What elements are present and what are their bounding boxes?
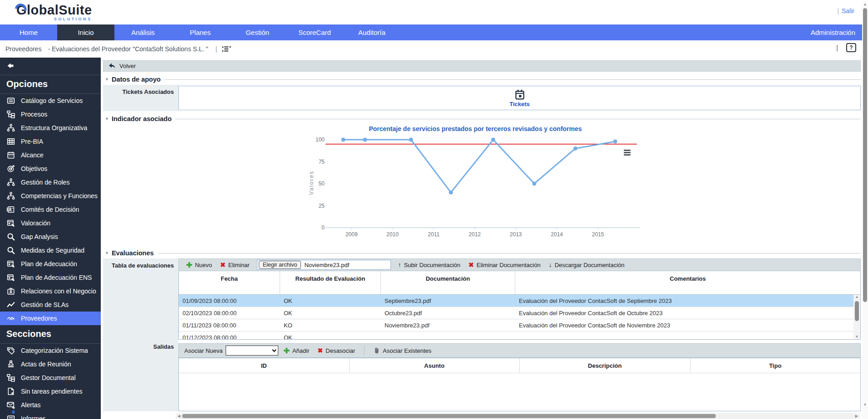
nav-item-planes[interactable]: Planes xyxy=(172,24,229,40)
sidebar-item-medidas-de-seguridad[interactable]: Medidas de Seguridad xyxy=(0,244,101,257)
main-nav: Home Inicio Análisis Planes Gestión Scor… xyxy=(0,24,868,40)
target-icon xyxy=(7,165,15,173)
chart-menu-button[interactable] xyxy=(624,149,631,156)
svg-text:2015: 2015 xyxy=(592,231,604,238)
collapse-triangle-icon[interactable]: ▼ xyxy=(105,251,109,255)
chart-ylabel: Valores xyxy=(308,171,315,195)
sidebar-item-plan-de-adecuacion[interactable]: Plan de Adecuación xyxy=(0,257,101,271)
asociar-existentes-button[interactable]: Asociar Existentes xyxy=(371,347,434,355)
network-icon xyxy=(7,192,15,200)
volver-button[interactable]: Volver xyxy=(103,60,861,72)
evaluaciones-toolbar: ✚Nuevo ✖Eliminar Elegir archivo Noviembr… xyxy=(178,258,861,271)
help-button[interactable]: ? xyxy=(846,43,856,52)
sidebar-item-pre-bia[interactable]: Pre-BIA xyxy=(0,135,101,148)
tickets-link[interactable]: Tickets xyxy=(509,101,530,107)
sidebar-collapse-button[interactable] xyxy=(0,58,101,75)
sidebar-item-valoracion[interactable]: Valoración xyxy=(0,216,101,230)
svg-text:2012: 2012 xyxy=(469,231,481,238)
nav-item-gestion[interactable]: Gestión xyxy=(229,24,286,40)
sidebar-item-competencias-y-funciones[interactable]: Competencias y Funciones xyxy=(0,189,101,203)
sidebar-item-relaciones-con-el-negocio[interactable]: Relaciones con el Negocio xyxy=(0,284,101,298)
horizontal-scrollbar[interactable]: ◀ ▶ xyxy=(176,413,860,419)
sidebar-item-catalogo-de-servicios[interactable]: Catálogo de Servicios xyxy=(0,94,101,107)
salidas-table-body xyxy=(179,373,860,411)
scroll-down-icon[interactable]: ▼ xyxy=(863,402,867,407)
column-header-documentacion[interactable]: Documentación xyxy=(381,271,515,294)
sidebar-item-informes[interactable]: Informes xyxy=(0,412,101,419)
column-header-resultado[interactable]: Resultado de Evaluación xyxy=(280,271,381,294)
nav-item-home[interactable]: Home xyxy=(0,24,57,40)
file-name: Noviembre23.pdf xyxy=(304,262,349,268)
nuevo-button[interactable]: ✚Nuevo xyxy=(183,261,215,269)
plus-icon: ✚ xyxy=(186,261,192,269)
column-header-id[interactable]: ID xyxy=(179,358,350,373)
hierarchy-icon xyxy=(7,374,15,382)
table-row[interactable]: 01/12/2023 08:00:00 OK xyxy=(179,331,860,339)
descargar-documentacion-button[interactable]: ↓Descargar Documentación xyxy=(546,261,627,268)
scroll-left-icon[interactable]: ◀ xyxy=(176,414,182,418)
sidebar-item-gestor-documental[interactable]: Gestor Documental xyxy=(0,371,101,385)
file-input[interactable]: Elegir archivo Noviembre23.pdf xyxy=(257,260,391,270)
column-header-descripcion[interactable]: Descripción xyxy=(520,358,690,373)
eliminar-button[interactable]: ✖Eliminar xyxy=(217,261,252,268)
scroll-down-icon[interactable]: ▼ xyxy=(855,335,859,339)
collapse-triangle-icon[interactable]: ▼ xyxy=(105,77,109,82)
asociar-nueva-label: Asociar Nueva xyxy=(184,347,223,354)
scrollbar-thumb[interactable] xyxy=(855,301,859,321)
column-header-asunto[interactable]: Asunto xyxy=(350,358,520,373)
sidebar-item-estructura-organizativa[interactable]: Estructura Organizativa xyxy=(0,121,101,135)
x-icon: ✖ xyxy=(469,261,474,268)
tag-icon xyxy=(7,346,15,355)
ticket-calendar-icon[interactable] xyxy=(514,89,526,100)
table-row[interactable]: 01/11/2023 08:00:00 KO Noviembre23.pdf E… xyxy=(179,319,860,331)
nav-item-inicio[interactable]: Inicio xyxy=(57,24,114,40)
nav-item-auditoria[interactable]: Auditoría xyxy=(343,24,400,40)
sidebar-item-plan-de-adecuacion-ens[interactable]: Plan de Adecuación ENS xyxy=(0,271,101,284)
table-row[interactable]: 01/09/2023 08:00:00 OK Septiembre23.pdf … xyxy=(179,295,860,307)
sidebar-item-gap-analysis[interactable]: Gap Analysis xyxy=(0,230,101,244)
sidebar-item-actas-de-reunion[interactable]: Actas de Reunión xyxy=(0,357,101,371)
grid-icon xyxy=(7,137,15,146)
id-card-icon xyxy=(7,205,15,214)
scroll-up-icon[interactable]: ▲ xyxy=(855,295,859,299)
nav-item-analisis[interactable]: Análisis xyxy=(114,24,172,40)
stamp-icon xyxy=(7,360,15,368)
eliminar-documentacion-button[interactable]: ✖Eliminar Documentación xyxy=(466,261,543,268)
column-header-comentarios[interactable]: Comentarios xyxy=(515,271,860,294)
document-plus-icon xyxy=(7,387,15,395)
svg-text:0: 0 xyxy=(321,224,325,231)
logout-link[interactable]: |Salir xyxy=(837,7,854,15)
sidebar-item-gestion-de-slas[interactable]: Gestión de SLAs xyxy=(0,298,101,312)
nav-item-administracion[interactable]: Administración xyxy=(798,24,868,40)
breadcrumb-section[interactable]: Proveedores xyxy=(5,45,41,53)
scroll-up-icon[interactable]: ▲ xyxy=(863,2,867,7)
sidebar-item-sin-tareas-pendientes[interactable]: Sin tareas pendientes xyxy=(0,385,101,398)
table-vertical-scrollbar[interactable]: ▲ ▼ xyxy=(853,295,860,339)
sidebar-item-objetivos[interactable]: Objetivos xyxy=(0,162,101,175)
page-vertical-scrollbar[interactable]: ▲ ▼ xyxy=(862,2,868,419)
sidebar-item-gestion-de-roles[interactable]: Gestión de Roles xyxy=(0,175,101,189)
anadir-button[interactable]: ✚Añadir xyxy=(281,346,312,355)
collapse-triangle-icon[interactable]: ▼ xyxy=(105,117,109,121)
list-sort-icon[interactable] xyxy=(222,45,232,53)
sidebar-item-comites-de-decision[interactable]: Comités de Decisión xyxy=(0,203,101,216)
scrollbar-thumb[interactable] xyxy=(863,8,867,302)
breadcrumb: Proveedores - Evaluaciones del Proveedor… xyxy=(0,40,868,58)
column-header-fecha[interactable]: Fecha xyxy=(179,271,280,294)
nav-item-scorecard[interactable]: ScoreCard xyxy=(286,24,343,40)
sidebar-item-proveedores[interactable]: Proveedores xyxy=(0,312,101,325)
sidebar-item-categorizacion-sistema[interactable]: Categorización Sistema xyxy=(0,344,101,357)
scrollbar-thumb[interactable] xyxy=(182,414,715,418)
scroll-right-icon[interactable]: ▶ xyxy=(853,414,860,418)
desasociar-button[interactable]: ✖Desasociar xyxy=(315,347,358,354)
table-row[interactable]: 02/10/2023 08:00:00 OK Octubre23.pdf Eva… xyxy=(179,307,860,319)
evaluaciones-table: Fecha Resultado de Evaluación Documentac… xyxy=(178,271,861,340)
sidebar-item-procesos[interactable]: Procesos xyxy=(0,107,101,121)
sidebar-item-alertas[interactable]: Alertas xyxy=(0,398,101,412)
elegir-archivo-button[interactable]: Elegir archivo xyxy=(259,261,301,269)
subir-documentacion-button[interactable]: ↑Subir Documentación xyxy=(395,261,463,268)
network-icon xyxy=(7,124,15,132)
column-header-tipo[interactable]: Tipo xyxy=(690,358,861,373)
sidebar-item-alcance[interactable]: Alcance xyxy=(0,148,101,162)
asociar-nueva-select[interactable] xyxy=(226,346,278,356)
